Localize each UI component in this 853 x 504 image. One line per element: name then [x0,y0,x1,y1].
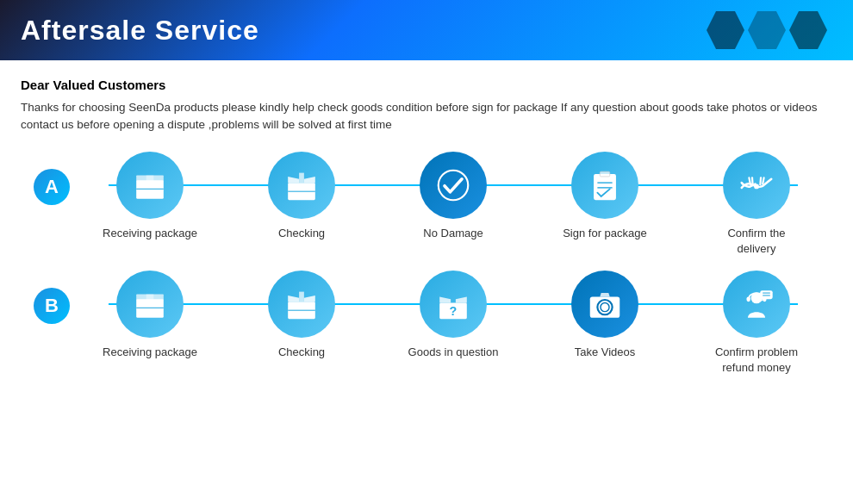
step-receiving-b: Receiving package [74,271,226,360]
svg-rect-25 [747,296,750,302]
svg-point-6 [439,170,469,200]
step-icon-sign-package [571,152,638,219]
intro-text: Thanks for choosing SeenDa products plea… [21,99,832,134]
step-icon-checking-b [268,271,335,338]
step-confirm-problem: Confirm problem refund money [681,271,832,376]
step-label-goods-question: Goods in question [408,345,499,360]
page-title: Aftersale Service [21,15,259,47]
step-checking-b: Checking [226,271,377,360]
row-a-label: A [29,169,74,205]
step-label-receiving-a: Receiving package [103,226,197,241]
svg-rect-2 [146,175,154,181]
step-label-take-videos: Take Videos [575,345,636,360]
svg-rect-12 [136,299,164,318]
step-label-sign-package: Sign for package [563,226,647,241]
step-icon-confirm-problem [723,271,790,338]
step-label-checking-b: Checking [278,345,325,360]
step-icon-receiving-b [116,271,184,338]
row-a-container: A Receiving package [21,152,832,257]
label-circle-a: A [34,169,70,205]
step-icon-take-videos [571,271,638,338]
header-decoration [707,0,827,60]
step-icon-checking-a [268,152,335,219]
flow-row-a: A Receiving package [21,152,832,257]
handshake-icon [737,165,776,205]
svg-text:?: ? [450,304,458,318]
svg-rect-8 [600,171,610,177]
camera-icon [585,284,625,324]
step-label-receiving-b: Receiving package [103,345,197,360]
svg-rect-27 [760,290,772,299]
support-icon [737,284,776,324]
svg-point-11 [754,184,759,189]
step-sign-package: Sign for package [529,152,681,241]
row-b-container: B Receiving package [21,271,832,376]
hexagon-2 [748,11,786,49]
svg-rect-14 [146,294,154,300]
step-no-damage: No Damage [377,152,529,241]
svg-rect-0 [136,180,164,199]
step-label-checking-a: Checking [278,226,325,241]
checkmark-icon [433,165,473,205]
steps-b: Receiving package Checking [74,271,832,376]
question-box-icon: ? [433,284,473,324]
step-goods-question: ? Goods in question [377,271,529,360]
header: Aftersale Service [0,0,853,60]
step-icon-no-damage [420,152,487,219]
flow-row-b: B Receiving package [21,271,832,376]
hexagon-1 [707,11,744,49]
box-b-icon [130,284,170,324]
step-label-no-damage: No Damage [423,226,483,241]
open-box-icon-a [282,165,321,205]
step-icon-goods-question: ? [420,271,487,338]
label-circle-b: B [34,288,70,324]
step-take-videos: Take Videos [529,271,681,360]
step-icon-confirm-delivery [723,152,790,219]
hexagon-3 [789,11,827,49]
svg-rect-23 [593,299,598,302]
open-box-icon-b [282,284,321,324]
clipboard-icon [585,165,625,205]
step-checking-a: Checking [226,152,377,241]
steps-a: Receiving package [74,152,832,257]
content-area: Dear Valued Customers Thanks for choosin… [0,60,853,398]
step-receiving-a: Receiving package [74,152,226,241]
row-b-label: B [29,288,74,324]
step-confirm-delivery: Confirm the delivery [681,152,832,257]
step-label-confirm-problem: Confirm problem refund money [709,345,804,376]
step-label-confirm-delivery: Confirm the delivery [709,226,804,257]
box-icon [130,165,170,205]
dear-title: Dear Valued Customers [21,78,832,92]
step-icon-receiving-a [116,152,184,219]
